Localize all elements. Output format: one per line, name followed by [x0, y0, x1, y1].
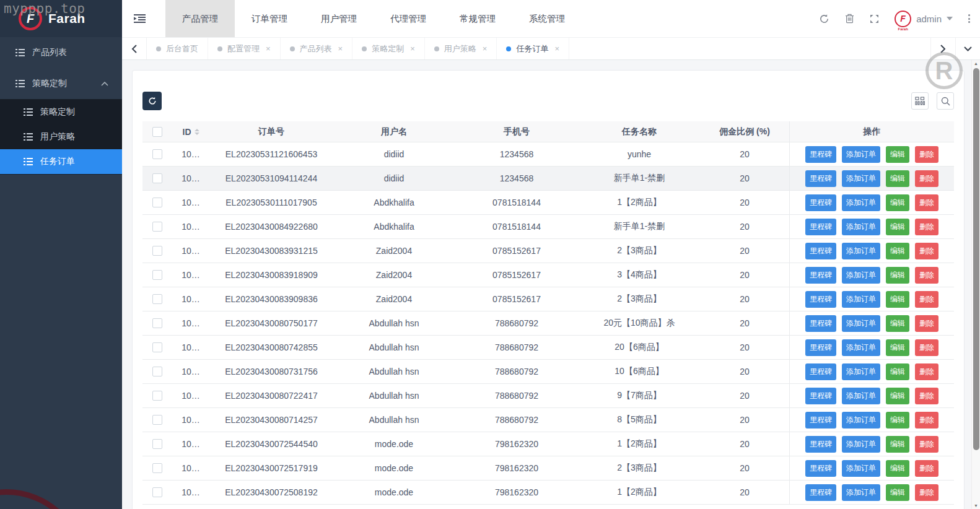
tab-product-list[interactable]: 产品列表 × [281, 38, 353, 59]
more-menu-icon[interactable] [968, 14, 970, 23]
edit-button[interactable]: 编辑 [886, 460, 909, 477]
nav-item-general[interactable]: 常规管理 [443, 0, 512, 37]
add-order-button[interactable]: 添加订单 [842, 484, 880, 501]
delete-button[interactable]: 删除 [915, 315, 938, 332]
edit-button[interactable]: 编辑 [886, 315, 909, 332]
page-scrollbar[interactable]: ▲ ▼ [971, 60, 980, 509]
add-order-button[interactable]: 添加订单 [842, 170, 880, 187]
delete-button[interactable]: 删除 [915, 460, 938, 477]
milestone-button[interactable]: 里程碑 [805, 291, 836, 308]
add-order-button[interactable]: 添加订单 [842, 243, 880, 259]
delete-button[interactable]: 删除 [915, 146, 938, 163]
tabs-dropdown[interactable] [955, 38, 980, 59]
row-checkbox[interactable] [152, 270, 162, 280]
delete-button[interactable]: 删除 [915, 291, 938, 308]
row-checkbox[interactable] [152, 318, 162, 328]
edit-button[interactable]: 编辑 [886, 291, 909, 308]
scrollbar-down-icon[interactable]: ▼ [972, 503, 980, 508]
user-menu[interactable]: F Farah admin [895, 11, 953, 27]
sidebar-item-user-strategy[interactable]: 用户策略 [0, 124, 122, 149]
columns-setting-icon[interactable] [911, 92, 929, 110]
milestone-button[interactable]: 里程碑 [805, 170, 836, 187]
table-refresh-button[interactable] [142, 92, 162, 110]
add-order-button[interactable]: 添加订单 [842, 267, 880, 284]
edit-button[interactable]: 编辑 [886, 146, 909, 163]
edit-button[interactable]: 编辑 [886, 388, 909, 404]
milestone-button[interactable]: 里程碑 [805, 484, 836, 501]
add-order-button[interactable]: 添加订单 [842, 315, 880, 332]
delete-button[interactable]: 删除 [915, 194, 938, 211]
sidebar-item-strategy-group[interactable]: 策略定制 [0, 68, 122, 99]
row-checkbox[interactable] [152, 294, 162, 304]
milestone-button[interactable]: 里程碑 [805, 388, 836, 404]
tab-close-icon[interactable]: × [338, 44, 343, 53]
milestone-button[interactable]: 里程碑 [805, 194, 836, 211]
tab-close-icon[interactable]: × [554, 44, 559, 53]
add-order-button[interactable]: 添加订单 [842, 339, 880, 356]
delete-button[interactable]: 删除 [915, 363, 938, 380]
row-checkbox[interactable] [152, 415, 162, 425]
tab-user-strategy[interactable]: 用户策略 × [425, 38, 497, 59]
add-order-button[interactable]: 添加订单 [842, 388, 880, 404]
search-icon[interactable] [937, 92, 954, 110]
tab-close-icon[interactable]: × [410, 44, 415, 53]
add-order-button[interactable]: 添加订单 [842, 194, 880, 211]
row-checkbox[interactable] [152, 149, 162, 159]
edit-button[interactable]: 编辑 [886, 436, 909, 453]
header-id[interactable]: ID [172, 127, 209, 137]
row-checkbox[interactable] [152, 342, 162, 352]
milestone-button[interactable]: 里程碑 [805, 363, 836, 380]
add-order-button[interactable]: 添加订单 [842, 436, 880, 453]
tab-close-icon[interactable]: × [266, 44, 271, 53]
edit-button[interactable]: 编辑 [886, 363, 909, 380]
add-order-button[interactable]: 添加订单 [842, 460, 880, 477]
nav-item-system[interactable]: 系统管理 [512, 0, 582, 37]
sidebar-item-strategy-custom[interactable]: 策略定制 [0, 100, 122, 124]
trash-icon[interactable] [845, 14, 854, 24]
delete-button[interactable]: 删除 [915, 412, 938, 429]
tab-close-icon[interactable]: × [483, 44, 488, 53]
edit-button[interactable]: 编辑 [886, 412, 909, 429]
nav-item-user[interactable]: 用户管理 [304, 0, 374, 37]
add-order-button[interactable]: 添加订单 [842, 291, 880, 308]
delete-button[interactable]: 删除 [915, 243, 938, 259]
edit-button[interactable]: 编辑 [886, 267, 909, 284]
edit-button[interactable]: 编辑 [886, 219, 909, 235]
scrollbar-thumb[interactable] [973, 68, 979, 450]
delete-button[interactable]: 删除 [915, 436, 938, 453]
edit-button[interactable]: 编辑 [886, 484, 909, 501]
row-checkbox[interactable] [152, 222, 162, 232]
milestone-button[interactable]: 里程碑 [805, 436, 836, 453]
row-checkbox[interactable] [152, 463, 162, 473]
milestone-button[interactable]: 里程碑 [805, 460, 836, 477]
delete-button[interactable]: 删除 [915, 388, 938, 404]
edit-button[interactable]: 编辑 [886, 170, 909, 187]
scrollbar-up-icon[interactable]: ▲ [972, 61, 980, 66]
edit-button[interactable]: 编辑 [886, 194, 909, 211]
tab-config[interactable]: 配置管理 × [208, 38, 281, 59]
delete-button[interactable]: 删除 [915, 484, 938, 501]
row-checkbox[interactable] [152, 439, 162, 449]
nav-item-product[interactable]: 产品管理 [165, 0, 235, 37]
tab-home[interactable]: 后台首页 [147, 38, 208, 59]
delete-button[interactable]: 删除 [915, 170, 938, 187]
tab-strategy[interactable]: 策略定制 × [352, 38, 425, 59]
milestone-button[interactable]: 里程碑 [805, 243, 836, 259]
add-order-button[interactable]: 添加订单 [842, 363, 880, 380]
milestone-button[interactable]: 里程碑 [805, 146, 836, 163]
select-all-checkbox[interactable] [152, 127, 162, 137]
milestone-button[interactable]: 里程碑 [805, 412, 836, 429]
add-order-button[interactable]: 添加订单 [842, 219, 880, 235]
delete-button[interactable]: 删除 [915, 339, 938, 356]
milestone-button[interactable]: 里程碑 [805, 339, 836, 356]
row-checkbox[interactable] [152, 173, 162, 183]
add-order-button[interactable]: 添加订单 [842, 146, 880, 163]
tabs-scroll-left[interactable] [122, 38, 147, 59]
nav-item-order[interactable]: 订单管理 [235, 0, 304, 37]
refresh-icon[interactable] [819, 14, 829, 24]
edit-button[interactable]: 编辑 [886, 339, 909, 356]
tab-task-orders[interactable]: 任务订单 × [497, 38, 569, 59]
delete-button[interactable]: 删除 [915, 267, 938, 284]
row-checkbox[interactable] [152, 487, 162, 497]
sort-icon[interactable] [195, 129, 199, 135]
